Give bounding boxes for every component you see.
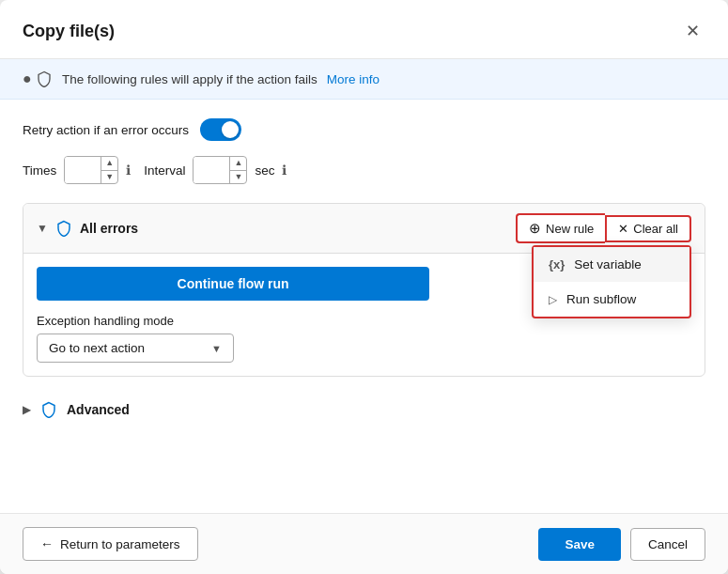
set-variable-icon: {x} xyxy=(549,257,565,271)
retry-label: Retry action if an error occurs xyxy=(23,123,189,137)
retry-row: Retry action if an error occurs xyxy=(23,118,705,141)
new-rule-button[interactable]: ⊕ New rule xyxy=(516,213,605,243)
interval-spinner-btns: ▲ ▼ xyxy=(229,157,246,183)
advanced-label: Advanced xyxy=(67,402,130,417)
sec-label: sec xyxy=(255,163,274,178)
info-banner: ● The following rules will apply if the … xyxy=(0,59,728,100)
footer-right: Save Cancel xyxy=(538,528,705,561)
times-spinner-btns: ▲ ▼ xyxy=(101,157,117,183)
advanced-shield-icon xyxy=(40,401,57,418)
close-button[interactable]: ✕ xyxy=(680,17,705,45)
close-icon: ✕ xyxy=(686,21,700,41)
times-up-button[interactable]: ▲ xyxy=(101,157,117,171)
errors-header: ▼ All errors ⊕ New rule ✕ Clear all xyxy=(23,204,705,254)
cancel-button[interactable]: Cancel xyxy=(630,528,705,561)
run-subflow-label: Run subflow xyxy=(566,292,636,306)
continue-flow-button[interactable]: Continue flow run xyxy=(37,267,429,301)
exception-chevron-icon: ▼ xyxy=(211,343,222,354)
more-info-link[interactable]: More info xyxy=(327,72,379,86)
save-button[interactable]: Save xyxy=(538,528,621,561)
interval-info-icon[interactable]: ℹ xyxy=(282,163,287,178)
times-input[interactable]: 1 xyxy=(65,157,101,183)
advanced-section[interactable]: ▶ Advanced xyxy=(23,392,705,427)
return-to-parameters-button[interactable]: ← Return to parameters xyxy=(23,527,198,561)
errors-shield-icon xyxy=(55,220,72,237)
dialog-header: Copy file(s) ✕ xyxy=(0,0,728,59)
advanced-chevron-icon: ▶ xyxy=(23,403,31,416)
dialog-title: Copy file(s) xyxy=(23,22,115,41)
interval-spinner: 2 ▲ ▼ xyxy=(193,156,247,184)
interval-up-button[interactable]: ▲ xyxy=(229,157,246,171)
errors-section: ▼ All errors ⊕ New rule ✕ Clear all xyxy=(23,203,705,377)
errors-header-left: ▼ All errors xyxy=(37,220,138,237)
times-info-icon[interactable]: ℹ xyxy=(126,163,131,178)
exception-dropdown[interactable]: Go to next action ▼ xyxy=(37,334,234,363)
info-text: The following rules will apply if the ac… xyxy=(62,72,318,86)
errors-chevron-icon[interactable]: ▼ xyxy=(37,222,48,235)
dialog-footer: ← Return to parameters Save Cancel xyxy=(0,513,728,574)
new-rule-dropdown: {x} Set variable ▷ Run subflow xyxy=(532,245,691,318)
plus-circle-icon: ⊕ xyxy=(529,220,541,237)
run-subflow-item[interactable]: ▷ Run subflow xyxy=(534,282,689,317)
times-label: Times xyxy=(23,163,56,178)
interval-down-button[interactable]: ▼ xyxy=(229,171,246,184)
run-subflow-icon: ▷ xyxy=(549,293,557,306)
interval-group: Interval 2 ▲ ▼ sec ℹ xyxy=(144,156,287,184)
times-interval-row: Times 1 ▲ ▼ ℹ Interval 2 ▲ ▼ xyxy=(23,156,705,184)
arrow-left-icon: ← xyxy=(40,536,54,551)
dialog: Copy file(s) ✕ ● The following rules wil… xyxy=(0,0,728,574)
interval-input[interactable]: 2 xyxy=(194,157,229,183)
retry-toggle[interactable] xyxy=(200,118,241,141)
dialog-body: Retry action if an error occurs Times 1 … xyxy=(0,100,728,513)
set-variable-item[interactable]: {x} Set variable xyxy=(534,247,689,282)
return-label: Return to parameters xyxy=(60,537,180,551)
x-icon: ✕ xyxy=(618,222,628,236)
times-group: Times 1 ▲ ▼ ℹ xyxy=(23,156,131,184)
shield-icon: ● xyxy=(23,70,53,87)
interval-label: Interval xyxy=(144,163,185,178)
errors-header-right: ⊕ New rule ✕ Clear all {x} Set variable xyxy=(516,213,691,243)
set-variable-label: Set variable xyxy=(574,257,641,271)
clear-all-button[interactable]: ✕ Clear all xyxy=(605,215,691,242)
errors-title: All errors xyxy=(80,221,138,236)
clear-all-label: Clear all xyxy=(633,222,678,236)
times-spinner: 1 ▲ ▼ xyxy=(64,156,118,184)
exception-selected-value: Go to next action xyxy=(49,341,145,355)
new-rule-label: New rule xyxy=(546,222,594,236)
times-down-button[interactable]: ▼ xyxy=(101,171,117,184)
